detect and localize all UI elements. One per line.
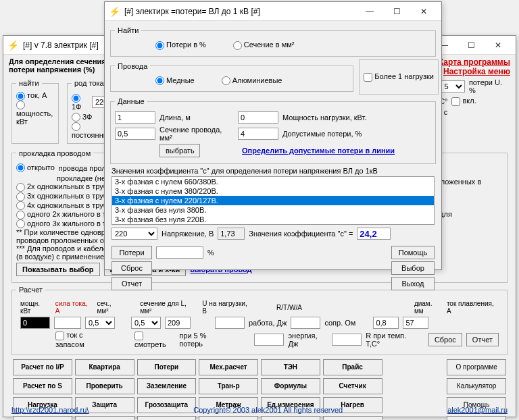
- select-napr[interactable]: 220: [112, 228, 157, 240]
- select-sech[interactable]: 0,5: [85, 317, 115, 329]
- dialog-icon: ⚡: [109, 6, 120, 17]
- btn-otchet-d[interactable]: Отчет: [112, 277, 152, 290]
- input-moshn-d[interactable]: [238, 111, 278, 124]
- input-tok-plav[interactable]: [403, 317, 428, 329]
- chk-tok-zapasom[interactable]: ток с запасом: [55, 331, 112, 348]
- radio-moshn[interactable]: мощность, кВт: [16, 101, 53, 126]
- btn-formuly[interactable]: Формулы: [261, 378, 320, 394]
- input-U[interactable]: [165, 317, 191, 329]
- close-button[interactable]: ✕: [485, 36, 512, 55]
- listbox-faza[interactable]: 3-х фазная с нулем 660/380В. 3-х фазная …: [112, 176, 435, 225]
- input-173: [218, 228, 245, 240]
- btn-sbros-d[interactable]: Сброс: [112, 261, 152, 275]
- app-icon: ⚡: [7, 40, 19, 51]
- link-nastroika[interactable]: Настройка меню: [439, 67, 510, 76]
- input-sech-d[interactable]: [115, 128, 155, 140]
- list-item[interactable]: 3-х фазная без нуля 380В.: [112, 205, 434, 215]
- radio-tok[interactable]: ток, А: [16, 91, 47, 99]
- footer: http:\\rzd2001.narod.ru\ Copyright© 2003…: [3, 404, 516, 415]
- input-c-value: [357, 228, 391, 240]
- btn-otchet-calc[interactable]: Отчет: [466, 333, 499, 346]
- input-r-temp[interactable]: [332, 334, 362, 346]
- radio-alum[interactable]: Алюминиевые: [222, 76, 282, 86]
- btn-proverit[interactable]: Проверить: [75, 378, 134, 394]
- radio-med[interactable]: Медные: [155, 76, 195, 86]
- btn-rabota[interactable]: Работа: [261, 416, 320, 420]
- btn-pomosh-d[interactable]: Помощь: [391, 246, 435, 259]
- maximize-button[interactable]: ☐: [458, 36, 485, 55]
- list-item-selected[interactable]: 3-х фазная с нулем 220/127В.: [112, 196, 434, 205]
- input-diam[interactable]: [373, 317, 399, 329]
- dialog-minimize[interactable]: —: [356, 2, 383, 21]
- btn-vybor-d[interactable]: Выбор: [391, 261, 435, 275]
- radio-sech-mm2[interactable]: Сечение в мм²: [233, 41, 295, 50]
- btn-o-programme[interactable]: О программе: [447, 359, 506, 375]
- btn-vyhod-main[interactable]: Выход: [447, 416, 506, 420]
- chk-smotret[interactable]: смотреть: [134, 331, 175, 348]
- btn-mex[interactable]: Мех.расчет: [199, 359, 258, 375]
- radio-otkryto[interactable]: открыто: [16, 163, 55, 173]
- btn-kvartira[interactable]: Квартира: [75, 359, 134, 375]
- btn-radiotehnika[interactable]: Радиотехника: [199, 416, 258, 420]
- input-poteri-result: [156, 246, 203, 259]
- btn-schetchik[interactable]: Счетчик: [323, 378, 382, 394]
- radio-3f[interactable]: 3Ф: [72, 113, 92, 121]
- btn-poteri-d[interactable]: Потери: [112, 246, 152, 259]
- btn-poteri[interactable]: Потери: [137, 359, 197, 375]
- dialog-title: [#] электирк =потери= ВЛ до 1 кВ [#]: [124, 7, 356, 16]
- list-item[interactable]: 3-х фазная с нулем 380/220В.: [112, 186, 434, 196]
- list-item[interactable]: 3-х фазная с нулем 660/380В.: [112, 177, 434, 186]
- radio-p1[interactable]: 2х одножильных в трубе в: [16, 182, 118, 190]
- chk-vkl[interactable]: вкл.: [451, 97, 476, 106]
- text-znach: Значения коэффициента "с" для определени…: [112, 167, 435, 175]
- group-provoda: Провода Медные Алюминиевые: [110, 62, 353, 93]
- radio-p3[interactable]: 4х одножильных в трубе в: [16, 201, 118, 209]
- btn-raznoe[interactable]: Разное: [323, 416, 382, 420]
- group-naiti: найти ток, А мощность, кВт: [11, 79, 59, 144]
- chk-bolee1[interactable]: Более 1 нагрузки: [364, 72, 434, 82]
- radio-p2[interactable]: 3х одножильных в трубе в: [16, 192, 118, 200]
- footer-center: Copyright© 2003 alek2001 All rights rese…: [193, 406, 343, 414]
- btn-zazemlenie[interactable]: Заземление: [137, 378, 197, 394]
- btn-pokazyvat[interactable]: Показывать выбор: [16, 263, 100, 276]
- btn-prais[interactable]: Прайс: [323, 359, 382, 375]
- select-ina[interactable]: 5: [441, 80, 464, 93]
- input-sila[interactable]: [54, 317, 81, 329]
- btn-vyhod-d[interactable]: Выход: [391, 277, 435, 290]
- footer-right[interactable]: alek2001@mail.ru: [447, 406, 508, 414]
- input-rtwa[interactable]: [215, 317, 245, 329]
- btn-raschet-k3[interactable]: Расчет К.З: [75, 416, 134, 420]
- btn-vybrat-d[interactable]: выбрать: [159, 144, 200, 157]
- footer-left[interactable]: http:\\rzd2001.narod.ru\: [11, 406, 89, 414]
- dialog-titlebar: ⚡ [#] электирк =потери= ВЛ до 1 кВ [#] —…: [105, 2, 441, 21]
- input-dop-poteri[interactable]: [238, 128, 278, 140]
- radio-1f[interactable]: 1Ф: [72, 93, 88, 111]
- btn-raschet-shemy[interactable]: Расчет схемы: [13, 416, 72, 420]
- btn-raschet-ip[interactable]: Расчет по I/P: [13, 359, 72, 375]
- input-rabota[interactable]: [291, 317, 320, 329]
- btn-sbros-calc[interactable]: Сброс: [428, 333, 462, 346]
- dialog-close[interactable]: ✕: [410, 2, 437, 21]
- input-energ[interactable]: [254, 334, 284, 346]
- link-karta[interactable]: Карта программы: [439, 57, 510, 67]
- link-opredelit[interactable]: Определить допустимые потери в линии: [242, 147, 395, 155]
- btn-tran[interactable]: Тран-р: [199, 378, 258, 394]
- input-moshn[interactable]: [20, 317, 50, 329]
- btn-kalkulyator[interactable]: Калькулятор: [447, 378, 506, 394]
- input-dlina[interactable]: [115, 111, 155, 124]
- dialog-window: ⚡ [#] электирк =потери= ВЛ до 1 кВ [#] —…: [104, 1, 442, 270]
- btn-osveshenie[interactable]: Освещение: [137, 416, 197, 420]
- btn-raschet-s[interactable]: Расчет по S: [13, 378, 72, 394]
- list-item[interactable]: 3-х фазная без нуля 220В.: [112, 215, 434, 224]
- group-naiti-d: Найти Потери в % Сечение в мм²: [110, 26, 436, 57]
- radio-poteri-pct[interactable]: Потери в %: [155, 41, 206, 50]
- dialog-maximize[interactable]: ☐: [383, 2, 410, 21]
- btn-ten[interactable]: ТЭН: [261, 359, 320, 375]
- select-sech-L[interactable]: 0,5: [131, 317, 161, 329]
- group-dannye: Данные Длина, м Мощность нагрузки, кВт. …: [110, 97, 436, 164]
